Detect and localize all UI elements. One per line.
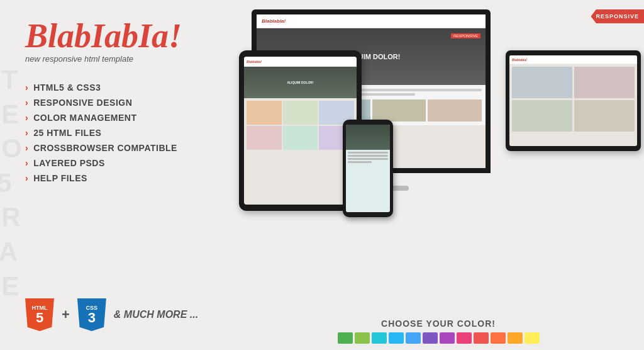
- color-swatch-2[interactable]: [355, 332, 370, 344]
- tr-content: [509, 64, 637, 134]
- bottom-bar: HTML 5 + CSS 3 & MUCH MORE ...: [25, 286, 208, 331]
- css-num: 3: [88, 311, 96, 325]
- color-swatch-1[interactable]: [338, 332, 353, 344]
- tablet-logo: Blablabla!: [247, 60, 262, 64]
- phone-screen: [346, 125, 390, 212]
- tablet-left-screen: Blablabla! ALIQUIM DOLOR!: [244, 57, 357, 205]
- html5-badge: HTML 5: [25, 298, 54, 331]
- choose-color-label: CHOOSE YOUR COLOR!: [381, 319, 496, 329]
- tablet-header: Blablabla!: [244, 57, 357, 67]
- color-swatch-8[interactable]: [457, 332, 472, 344]
- screen-logo: Blablabla!: [262, 18, 286, 24]
- feature-arrow-icon: ›: [25, 82, 28, 93]
- color-swatch-6[interactable]: [423, 332, 438, 344]
- logo-subtitle: new responsive html template: [25, 54, 208, 64]
- feature-item: ›HELP FILES: [25, 173, 208, 183]
- feature-item: ›RESPONSIVE DESIGN: [25, 98, 208, 108]
- color-swatches[interactable]: [338, 332, 540, 344]
- hero-badge: RESPONSIVE: [451, 33, 480, 38]
- tr-thumb-1: [512, 67, 572, 98]
- features-list: ›HTML5 & CSS3›RESPONSIVE DESIGN›COLOR MA…: [25, 82, 208, 188]
- tablet-right-screen: Blablabla!: [509, 55, 637, 146]
- main-container: BlabIabIa! new responsive html template …: [0, 0, 644, 350]
- color-swatch-10[interactable]: [491, 332, 506, 344]
- tablet-grid: [244, 98, 357, 152]
- html-num: 5: [36, 311, 43, 325]
- feature-item: ›HTML5 & CSS3: [25, 82, 208, 93]
- feature-arrow-icon: ›: [25, 173, 28, 183]
- screen-thumb-4: [428, 99, 482, 121]
- tr-logo: Blablabla!: [512, 58, 527, 62]
- feature-item: ›25 HTML FILES: [25, 128, 208, 138]
- responsive-badge: RESPONSIVE: [591, 9, 644, 23]
- tr-thumb-2: [574, 67, 635, 98]
- tablet-hero-text: ALIQUIM DOLOR!: [287, 81, 313, 84]
- phone-hero: [346, 125, 390, 150]
- tablet-right-device: Blablabla!: [506, 50, 641, 151]
- feature-arrow-icon: ›: [25, 158, 28, 168]
- feature-arrow-icon: ›: [25, 143, 28, 153]
- tablet-thumb-2: [283, 101, 318, 125]
- phone-line-1: [348, 152, 388, 154]
- tablet-thumb-5: [283, 126, 318, 150]
- phone-content: [346, 150, 390, 166]
- color-swatch-12[interactable]: [525, 332, 540, 344]
- tablet-thumb-4: [247, 126, 282, 150]
- tablet-hero: ALIQUIM DOLOR!: [244, 67, 357, 98]
- feature-arrow-icon: ›: [25, 128, 28, 138]
- phone-line-3: [348, 158, 388, 160]
- color-swatch-7[interactable]: [440, 332, 455, 344]
- left-panel: BlabIabIa! new responsive html template …: [0, 0, 233, 350]
- right-panel: RESPONSIVE Blablabla! ALIQUIM DOLOR! RES…: [233, 0, 644, 350]
- color-bar-section: CHOOSE YOUR COLOR!: [233, 312, 644, 350]
- color-swatch-4[interactable]: [389, 332, 404, 344]
- plus-sign: +: [62, 307, 70, 323]
- tr-thumb-4: [574, 100, 635, 132]
- phone-device: [343, 120, 393, 217]
- css3-badge: CSS 3: [77, 298, 106, 331]
- tr-header: Blablabla!: [509, 55, 637, 64]
- feature-arrow-icon: ›: [25, 98, 28, 108]
- tr-thumb-3: [512, 100, 572, 132]
- feature-arrow-icon: ›: [25, 113, 28, 123]
- phone-line-2: [348, 155, 388, 157]
- much-more-text: & MUCH MORE ...: [114, 309, 198, 320]
- color-swatch-3[interactable]: [372, 332, 387, 344]
- screen-header: Blablabla!: [257, 14, 486, 28]
- phone-line-4: [348, 161, 372, 163]
- screen-thumb-3: [372, 99, 426, 121]
- feature-item: ›CROSSBROWSER COMPATIBLE: [25, 143, 208, 153]
- color-swatch-5[interactable]: [406, 332, 421, 344]
- tablet-thumb-1: [247, 101, 282, 125]
- color-swatch-11[interactable]: [508, 332, 523, 344]
- logo-title: BlabIabIa!: [25, 19, 208, 53]
- feature-item: ›COLOR MANAGEMENT: [25, 113, 208, 123]
- color-swatch-9[interactable]: [474, 332, 489, 344]
- feature-item: ›LAYERED PSDS: [25, 158, 208, 168]
